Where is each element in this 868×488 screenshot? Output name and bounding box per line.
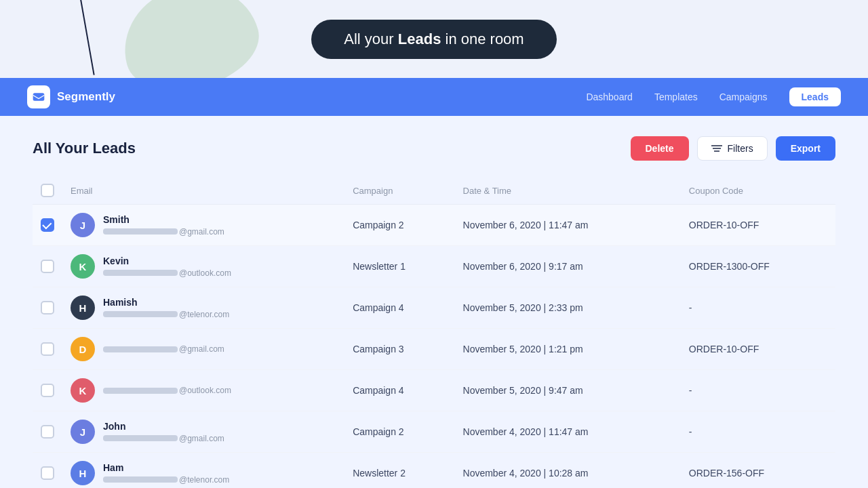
lead-info: John @gmail.com bbox=[103, 421, 224, 443]
coupon-value: ORDER-10-OFF bbox=[689, 220, 759, 230]
th-datetime: Date & Time bbox=[455, 177, 681, 205]
delete-button[interactable]: Delete bbox=[631, 136, 689, 161]
campaign-value: Campaign 4 bbox=[353, 302, 404, 313]
coupon-cell: - bbox=[681, 411, 835, 453]
coupon-cell: ORDER-10-OFF bbox=[681, 205, 835, 246]
th-checkbox bbox=[33, 177, 62, 205]
table-row: H Hamish @telenor.com Campaign 4November… bbox=[33, 287, 835, 329]
row-checkbox[interactable] bbox=[41, 342, 54, 356]
datetime-cell: November 5, 2020 | 9:47 am bbox=[455, 370, 681, 411]
export-button[interactable]: Export bbox=[776, 136, 835, 161]
datetime-value: November 4, 2020 | 11:47 am bbox=[463, 426, 589, 437]
datetime-value: November 5, 2020 | 9:47 am bbox=[463, 385, 583, 396]
leads-table: Email Campaign Date & Time Coupon Code J… bbox=[33, 177, 835, 488]
row-checkbox[interactable] bbox=[41, 260, 54, 273]
row-checkbox-cell bbox=[33, 370, 62, 411]
row-checkbox-cell bbox=[33, 246, 62, 287]
email-blur bbox=[103, 228, 178, 235]
main-content: All Your Leads Delete Filters Export Ema… bbox=[0, 116, 868, 488]
lead-email: @gmail.com bbox=[103, 434, 224, 443]
lead-name: Smith bbox=[103, 214, 224, 225]
row-checkbox[interactable] bbox=[41, 218, 54, 232]
lead-cell: D @gmail.com bbox=[62, 329, 344, 370]
lead-info: Ham @telenor.com bbox=[103, 462, 229, 485]
row-checkbox[interactable] bbox=[41, 466, 54, 480]
row-checkbox[interactable] bbox=[41, 301, 54, 314]
email-domain: @gmail.com bbox=[179, 227, 224, 237]
lead-email: @gmail.com bbox=[103, 227, 224, 237]
table-row: K Kevin @outlook.com Newsletter 1Novembe… bbox=[33, 246, 835, 287]
lead-name: Kevin bbox=[103, 256, 231, 266]
navbar: Segmently Dashboard Templates Campaigns … bbox=[0, 78, 868, 116]
lead-email: @outlook.com bbox=[103, 386, 231, 395]
email-domain: @gmail.com bbox=[179, 344, 224, 354]
campaign-value: Campaign 2 bbox=[353, 220, 404, 230]
lead-cell: J John @gmail.com bbox=[62, 411, 344, 453]
nav-dashboard[interactable]: Dashboard bbox=[586, 92, 633, 102]
datetime-cell: November 6, 2020 | 9:17 am bbox=[455, 246, 681, 287]
nav-leads-active[interactable]: Leads bbox=[789, 87, 841, 106]
email-blur bbox=[103, 476, 178, 483]
coupon-cell: - bbox=[681, 287, 835, 329]
lead-email: @telenor.com bbox=[103, 310, 229, 319]
email-blur bbox=[103, 346, 178, 352]
lead-email: @telenor.com bbox=[103, 475, 229, 485]
table-header-row: Email Campaign Date & Time Coupon Code bbox=[33, 177, 835, 205]
coupon-cell: - bbox=[681, 370, 835, 411]
campaign-cell: Newsletter 1 bbox=[344, 246, 454, 287]
avatar: K bbox=[71, 254, 95, 279]
datetime-value: November 5, 2020 | 1:21 pm bbox=[463, 344, 583, 354]
lead-info: @gmail.com bbox=[103, 344, 224, 354]
nav-campaigns[interactable]: Campaigns bbox=[719, 92, 768, 102]
campaign-cell: Newsletter 2 bbox=[344, 453, 454, 489]
lead-email: @gmail.com bbox=[103, 344, 224, 354]
email-domain: @gmail.com bbox=[179, 434, 224, 443]
select-all-checkbox[interactable] bbox=[41, 184, 54, 197]
lead-cell: H Ham @telenor.com bbox=[62, 453, 344, 489]
coupon-value: - bbox=[689, 426, 692, 437]
coupon-value: ORDER-1300-OFF bbox=[689, 261, 770, 272]
filters-label: Filters bbox=[728, 143, 753, 154]
brand-icon bbox=[27, 85, 50, 108]
avatar: J bbox=[71, 420, 95, 444]
email-blur bbox=[103, 270, 178, 276]
lead-cell: K @outlook.com bbox=[62, 370, 344, 411]
th-coupon: Coupon Code bbox=[681, 177, 835, 205]
campaign-cell: Campaign 4 bbox=[344, 370, 454, 411]
th-campaign: Campaign bbox=[344, 177, 454, 205]
brand: Segmently bbox=[27, 85, 115, 108]
nav-templates[interactable]: Templates bbox=[654, 92, 698, 102]
datetime-cell: November 6, 2020 | 11:47 am bbox=[455, 205, 681, 246]
table-row: K @outlook.com Campaign 4November 5, 202… bbox=[33, 370, 835, 411]
lead-cell: K Kevin @outlook.com bbox=[62, 246, 344, 287]
row-checkbox[interactable] bbox=[41, 384, 54, 397]
svg-rect-0 bbox=[33, 93, 45, 101]
coupon-cell: ORDER-156-OFF bbox=[681, 453, 835, 489]
campaign-cell: Campaign 3 bbox=[344, 329, 454, 370]
hero-badge: All your Leads in one room bbox=[311, 20, 556, 59]
lead-name: John bbox=[103, 421, 224, 432]
datetime-cell: November 4, 2020 | 10:28 am bbox=[455, 453, 681, 489]
email-blur bbox=[103, 388, 178, 394]
datetime-cell: November 5, 2020 | 2:33 pm bbox=[455, 287, 681, 329]
row-checkbox[interactable] bbox=[41, 425, 54, 439]
row-checkbox-cell bbox=[33, 287, 62, 329]
avatar: H bbox=[71, 296, 95, 320]
coupon-value: - bbox=[689, 385, 692, 396]
lead-cell: H Hamish @telenor.com bbox=[62, 287, 344, 329]
email-blur bbox=[103, 435, 178, 441]
email-domain: @outlook.com bbox=[179, 386, 231, 395]
datetime-value: November 6, 2020 | 9:17 am bbox=[463, 261, 583, 272]
navbar-nav: Dashboard Templates Campaigns Leads bbox=[586, 87, 841, 106]
lead-info: Hamish @telenor.com bbox=[103, 297, 229, 319]
filters-icon bbox=[711, 144, 722, 152]
row-checkbox-cell bbox=[33, 453, 62, 489]
page-title: All Your Leads bbox=[33, 140, 136, 157]
campaign-value: Campaign 4 bbox=[353, 385, 404, 396]
filters-button[interactable]: Filters bbox=[697, 136, 768, 161]
avatar: J bbox=[71, 213, 95, 237]
lead-name: Ham bbox=[103, 462, 229, 473]
coupon-value: ORDER-156-OFF bbox=[689, 468, 764, 479]
avatar: K bbox=[71, 378, 95, 403]
coupon-cell: ORDER-1300-OFF bbox=[681, 246, 835, 287]
